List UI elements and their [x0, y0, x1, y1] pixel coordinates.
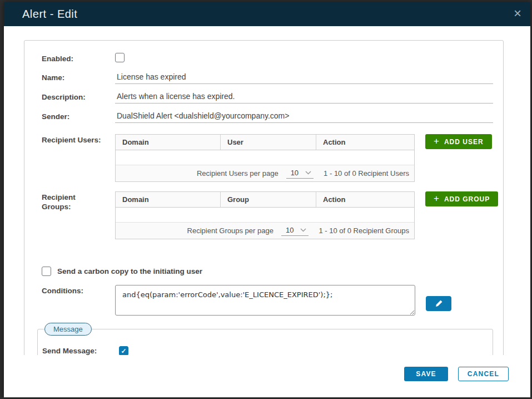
dialog-title: Alert - Edit	[22, 8, 77, 21]
recipient-users-label: Recipient Users:	[42, 134, 115, 145]
recipient-users-table: Domain User Action Recipient Users per p…	[115, 134, 415, 182]
dialog-header: Alert - Edit ×	[4, 2, 530, 26]
per-page-value: 10	[286, 226, 294, 234]
enabled-checkbox[interactable]	[115, 53, 125, 62]
description-row: Description:	[42, 91, 493, 104]
conditions-textarea[interactable]: and{eq(param:'errorCode',value:'E_LICENC…	[115, 285, 415, 316]
add-group-button-label: ADD GROUP	[444, 195, 490, 203]
sender-label: Sender:	[42, 111, 115, 121]
chevron-down-icon	[305, 171, 311, 175]
name-input[interactable]	[115, 72, 493, 84]
enabled-row: Enabled:	[42, 53, 493, 63]
pencil-icon	[435, 299, 443, 308]
chevron-down-icon	[300, 228, 306, 232]
sender-input[interactable]	[115, 111, 493, 123]
column-header-action: Action	[316, 192, 414, 207]
sender-row: Sender:	[42, 111, 493, 123]
per-page-label: Recipient Groups per page	[187, 226, 274, 235]
save-button[interactable]: SAVE	[404, 367, 448, 381]
form-panel: Enabled: Name: Description: Sender: Reci…	[24, 40, 504, 355]
recipient-groups-table-header: Domain Group Action	[116, 192, 414, 208]
carbon-copy-checkbox[interactable]	[42, 267, 51, 276]
recipient-groups-pagination: Recipient Groups per page 10 1 - 10 of 0…	[116, 223, 414, 239]
recipient-groups-label: Recipient Groups:	[42, 191, 92, 211]
conditions-row: Conditions: and{eq(param:'errorCode',val…	[42, 285, 493, 316]
recipient-groups-row: Recipient Groups: Domain Group Action Re…	[42, 191, 493, 239]
per-page-value: 10	[291, 169, 299, 177]
users-range-text: 1 - 10 of 0 Recipient Users	[324, 169, 409, 178]
plus-icon: +	[434, 136, 440, 146]
send-message-checkbox[interactable]: ✓	[119, 346, 128, 355]
edit-conditions-button[interactable]	[426, 296, 451, 311]
add-group-button[interactable]: + ADD GROUP	[425, 191, 498, 206]
recipient-users-empty-row	[116, 150, 414, 165]
carbon-copy-row: Send a carbon copy to the initiating use…	[42, 267, 493, 276]
groups-per-page-select[interactable]: 10	[281, 225, 309, 236]
column-header-user: User	[220, 135, 316, 150]
recipient-groups-table: Domain Group Action Recipient Groups per…	[115, 191, 415, 239]
recipient-groups-empty-row	[116, 208, 414, 223]
column-header-group: Group	[220, 192, 316, 207]
close-icon[interactable]: ×	[514, 6, 521, 21]
conditions-label: Conditions:	[42, 285, 115, 295]
users-per-page-select[interactable]: 10	[286, 168, 314, 179]
groups-range-text: 1 - 10 of 0 Recipient Groups	[319, 226, 409, 235]
message-tab[interactable]: Message	[44, 323, 92, 336]
description-input[interactable]	[115, 91, 493, 104]
column-header-domain: Domain	[116, 192, 220, 207]
carbon-copy-label: Send a carbon copy to the initiating use…	[57, 267, 202, 275]
send-message-row: Send Message: ✓	[42, 346, 493, 355]
recipient-users-row: Recipient Users: Domain User Action Reci…	[42, 134, 493, 182]
send-message-label: Send Message:	[42, 346, 119, 355]
per-page-label: Recipient Users per page	[197, 169, 279, 178]
recipient-users-pagination: Recipient Users per page 10 1 - 10 of 0 …	[116, 165, 414, 181]
alert-edit-dialog: Alert - Edit × Enabled: Name: Descriptio…	[4, 2, 530, 397]
add-user-button-label: ADD USER	[444, 138, 484, 146]
cancel-button[interactable]: CANCEL	[458, 367, 509, 381]
recipient-users-table-header: Domain User Action	[116, 135, 414, 150]
description-label: Description:	[42, 91, 115, 102]
plus-icon: +	[434, 194, 440, 203]
message-section: Message Send Message: ✓	[37, 329, 493, 355]
add-user-button[interactable]: + ADD USER	[425, 134, 492, 149]
column-header-domain: Domain	[116, 135, 220, 150]
enabled-label: Enabled:	[42, 53, 115, 63]
name-row: Name:	[42, 72, 493, 84]
dialog-footer: SAVE CANCEL	[4, 355, 530, 397]
name-label: Name:	[42, 72, 115, 82]
column-header-action: Action	[316, 135, 414, 150]
dialog-body: Enabled: Name: Description: Sender: Reci…	[4, 26, 530, 355]
